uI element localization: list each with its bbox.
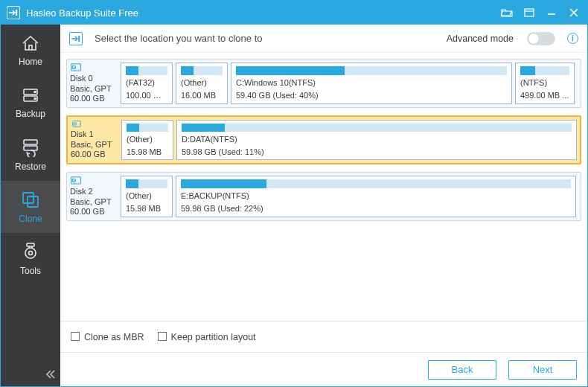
instruction-text: Select the location you want to clone to <box>90 33 439 44</box>
partition-size: 59.98 GB (Used: 22%) <box>181 201 571 214</box>
svg-point-24 <box>74 180 74 181</box>
minimize-button[interactable] <box>546 7 557 19</box>
disk-name: Disk 2 <box>70 187 116 197</box>
disk-size: 60.00 GB <box>70 207 116 217</box>
partition-size: 100.00 MB ... <box>126 88 167 100</box>
options-bar: Clone as MBR Keep partition layout <box>60 321 587 352</box>
app-logo-icon <box>7 6 20 19</box>
svg-point-12 <box>25 248 36 258</box>
sidebar-item-label: Tools <box>20 266 41 276</box>
svg-rect-8 <box>24 140 37 144</box>
partition[interactable]: (Other)16.00 MB <box>176 63 228 104</box>
body: Home Backup Restore Clone Tools <box>1 25 587 386</box>
partition[interactable]: (NTFS)499.00 MB ... <box>515 63 575 104</box>
partition-size: 15.98 MB <box>127 144 168 156</box>
svg-point-6 <box>34 92 36 93</box>
svg-rect-10 <box>23 193 33 203</box>
svg-rect-11 <box>28 196 38 207</box>
sidebar-item-restore[interactable]: Restore <box>1 129 60 181</box>
usage-bar <box>182 124 572 132</box>
sidebar-collapse-icon[interactable] <box>45 368 56 382</box>
disk-scheme: Basic, GPT <box>71 140 117 150</box>
open-folder-icon[interactable] <box>501 7 513 19</box>
usage-bar <box>181 66 223 75</box>
close-button[interactable] <box>568 7 580 19</box>
disk-icon <box>70 176 82 185</box>
svg-point-21 <box>74 124 75 124</box>
svg-rect-1 <box>525 9 534 16</box>
partition-size: 15.98 MB <box>126 201 167 214</box>
next-button[interactable]: Next <box>508 360 577 380</box>
partition-label: (Other) <box>126 188 167 201</box>
disk-meta: Disk 1Basic, GPT60.00 GB <box>71 120 117 160</box>
usage-bar <box>236 66 507 75</box>
advanced-mode-label: Advanced mode <box>447 33 514 44</box>
partition[interactable]: (FAT32)100.00 MB ... <box>121 63 173 104</box>
svg-rect-14 <box>27 243 34 246</box>
back-button[interactable]: Back <box>428 360 496 380</box>
disk-name: Disk 0 <box>70 74 116 84</box>
sidebar-item-tools[interactable]: Tools <box>1 233 60 285</box>
disk-meta: Disk 2Basic, GPT60.00 GB <box>70 176 116 217</box>
footer: Back Next <box>60 352 587 386</box>
partition-size: 16.00 MB <box>181 88 223 100</box>
svg-rect-9 <box>24 146 37 150</box>
sidebar-item-clone[interactable]: Clone <box>1 181 60 233</box>
partition[interactable]: C:Windows 10(NTFS)59.40 GB (Used: 40%) <box>231 63 512 104</box>
disk-meta: Disk 0Basic, GPT60.00 GB <box>70 63 116 104</box>
sidebar-item-label: Restore <box>15 161 46 172</box>
usage-bar <box>127 124 168 132</box>
svg-point-13 <box>29 252 33 255</box>
partition-label: (Other) <box>127 132 168 144</box>
partition-label: (Other) <box>181 75 223 88</box>
usage-bar <box>126 179 167 188</box>
app-title: Hasleo Backup Suite Free <box>26 7 501 19</box>
main-panel: Select the location you want to clone to… <box>60 25 587 386</box>
keep-partition-layout-checkbox[interactable]: Keep partition layout <box>158 332 256 342</box>
partition-size: 59.40 GB (Used: 40%) <box>236 88 507 100</box>
option-label: Clone as MBR <box>84 332 144 342</box>
sidebar-item-label: Home <box>19 57 42 67</box>
sidebar-item-label: Backup <box>16 109 45 119</box>
partition-list: (Other)15.98 MBD:DATA(NTFS)59.98 GB (Use… <box>121 120 577 160</box>
destination-icon <box>69 32 83 45</box>
svg-point-7 <box>34 98 36 100</box>
instruction-bar: Select the location you want to clone to… <box>60 25 587 53</box>
partition-size: 59.98 GB (Used: 11%) <box>182 144 572 156</box>
partition-label: (FAT32) <box>126 75 167 88</box>
usage-bar <box>181 179 571 188</box>
partition-label: D:DATA(NTFS) <box>182 132 572 144</box>
disk-icon <box>71 120 83 128</box>
sidebar-item-label: Clone <box>19 214 42 224</box>
disk-icon <box>70 63 82 72</box>
svg-rect-0 <box>16 10 17 16</box>
option-label: Keep partition layout <box>171 332 256 342</box>
window-icon[interactable] <box>523 7 535 19</box>
sidebar-item-backup[interactable]: Backup <box>1 77 60 129</box>
disk-row[interactable]: Disk 0Basic, GPT60.00 GB(FAT32)100.00 MB… <box>66 59 581 108</box>
usage-bar <box>520 66 569 75</box>
partition-label: (NTFS) <box>520 75 569 88</box>
titlebar: Hasleo Backup Suite Free <box>1 1 587 25</box>
partition-size: 499.00 MB ... <box>520 88 569 100</box>
partition[interactable]: E:BACKUP(NTFS)59.98 GB (Used: 22%) <box>176 176 576 217</box>
usage-bar <box>126 66 167 75</box>
partition[interactable]: (Other)15.98 MB <box>121 176 173 217</box>
disk-row[interactable]: Disk 2Basic, GPT60.00 GB(Other)15.98 MBE… <box>66 172 581 221</box>
partition[interactable]: D:DATA(NTFS)59.98 GB (Used: 11%) <box>176 120 577 160</box>
info-icon[interactable]: i <box>567 33 578 44</box>
disk-name: Disk 1 <box>71 129 117 140</box>
svg-rect-15 <box>78 36 80 42</box>
disk-scheme: Basic, GPT <box>70 197 116 208</box>
partition-label: E:BACKUP(NTFS) <box>181 188 571 201</box>
titlebar-actions <box>501 7 583 19</box>
disk-scheme: Basic, GPT <box>70 84 116 95</box>
advanced-mode-toggle[interactable] <box>527 32 555 45</box>
partition[interactable]: (Other)15.98 MB <box>121 120 173 160</box>
sidebar: Home Backup Restore Clone Tools <box>1 25 60 386</box>
partition-list: (FAT32)100.00 MB ...(Other)16.00 MBC:Win… <box>121 63 578 104</box>
svg-point-18 <box>74 67 74 68</box>
disk-row[interactable]: Disk 1Basic, GPT60.00 GB(Other)15.98 MBD… <box>66 115 581 164</box>
sidebar-item-home[interactable]: Home <box>1 25 60 77</box>
clone-as-mbr-checkbox[interactable]: Clone as MBR <box>71 332 144 342</box>
